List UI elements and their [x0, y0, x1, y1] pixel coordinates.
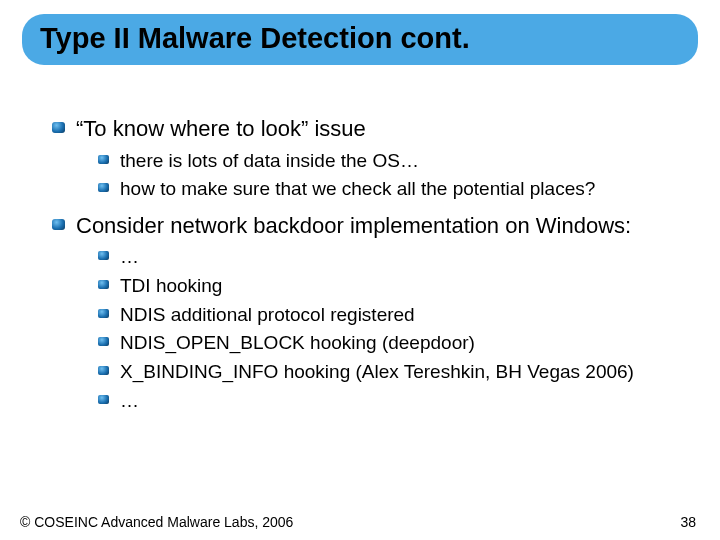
- footer-copyright: © COSEINC Advanced Malware Labs, 2006: [20, 514, 293, 530]
- bullet-level2: …: [98, 389, 680, 414]
- slide-title-bar: Type II Malware Detection cont.: [22, 14, 698, 65]
- bullet-level2: NDIS additional protocol registered: [98, 303, 680, 328]
- bullet-level2: how to make sure that we check all the p…: [98, 177, 680, 202]
- bullet-text: Consider network backdoor implementation…: [76, 213, 631, 238]
- page-number: 38: [680, 514, 696, 530]
- bullet-level2: NDIS_OPEN_BLOCK hooking (deepdoor): [98, 331, 680, 356]
- bullet-level2: there is lots of data inside the OS…: [98, 149, 680, 174]
- slide-content: “To know where to look” issue there is l…: [0, 65, 720, 414]
- bullet-level2: …: [98, 245, 680, 270]
- bullet-text: “To know where to look” issue: [76, 116, 366, 141]
- bullet-level1: Consider network backdoor implementation…: [52, 212, 680, 414]
- bullet-level2: X_BINDING_INFO hooking (Alex Tereshkin, …: [98, 360, 680, 385]
- bullet-level1: “To know where to look” issue there is l…: [52, 115, 680, 202]
- slide-footer: © COSEINC Advanced Malware Labs, 2006 38: [0, 514, 720, 530]
- bullet-level2: TDI hooking: [98, 274, 680, 299]
- slide-title: Type II Malware Detection cont.: [40, 22, 680, 55]
